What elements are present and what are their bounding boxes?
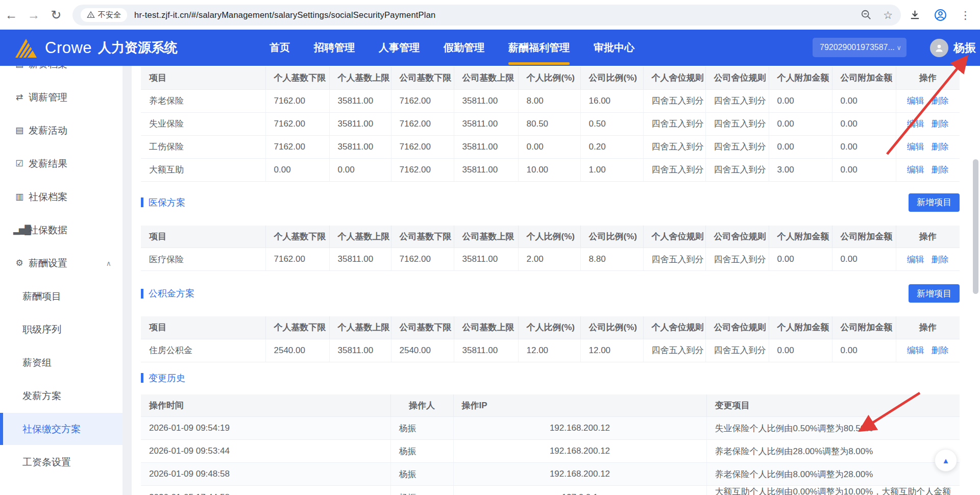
url-text[interactable]: hr-test.zjf-it.cn/#/salaryManagement/sal… (134, 10, 435, 20)
edit-link[interactable]: 编辑 (907, 345, 924, 355)
nav-approval[interactable]: 审批中心 (594, 30, 634, 66)
nav-attendance[interactable]: 假勤管理 (444, 30, 484, 66)
profile-icon[interactable] (934, 9, 947, 21)
edit-link[interactable]: 编辑 (907, 255, 924, 264)
change-detail: 失业保险个人比例由0.50%调整为80.50% (706, 417, 960, 440)
column-header: 个人基数上限 (329, 67, 391, 89)
column-header: 公司附加金额 (832, 67, 896, 89)
browser-menu-icon[interactable]: ⋮ (960, 10, 971, 20)
column-header: 公司舍位规则 (705, 226, 769, 248)
nav-personnel[interactable]: 人事管理 (379, 30, 420, 66)
nav-home[interactable]: 首页 (270, 30, 290, 66)
operation-time: 2026-01-09 09:54:19 (141, 417, 390, 440)
add-item-button[interactable]: 新增项目 (909, 193, 960, 212)
sidebar-item-salary-archive[interactable]: ▤ 薪资档案 (0, 66, 122, 80)
column-header: 操作 (896, 226, 960, 248)
delete-link[interactable]: 删除 (932, 255, 949, 264)
brand-name: Crowe (45, 39, 92, 57)
edit-link[interactable]: 编辑 (907, 119, 924, 129)
browser-back-icon[interactable]: ← (0, 8, 22, 22)
table-row: 住房公积金2540.0035811.002540.0035811.0012.00… (141, 339, 960, 362)
social-security-plan-table: 项目个人基数下限个人基数上限公司基数下限公司基数上限个人比例(%)公司比例(%)… (141, 67, 960, 182)
column-header: 公司基数下限 (391, 226, 454, 248)
column-header: 个人附加金额 (769, 67, 832, 89)
sidebar-item-salary-items[interactable]: 薪酬项目 (0, 280, 122, 312)
edit-link[interactable]: 编辑 (907, 142, 924, 152)
change-history-table: 操作时间操作人操作IP变更项目 2026-01-09 09:54:19 杨振 1… (141, 394, 960, 495)
address-bar[interactable]: 不安全 hr-test.zjf-it.cn/#/salaryManagement… (72, 5, 901, 26)
edit-link[interactable]: 编辑 (907, 96, 924, 106)
operator: 杨振 (390, 463, 453, 486)
column-header: 项目 (141, 316, 265, 339)
history-row: 2026-01-09 09:54:19 杨振 192.168.200.12 失业… (141, 417, 960, 440)
sidebar-item-icon: ▥ (13, 191, 24, 202)
browser-forward-icon[interactable]: → (22, 8, 45, 22)
column-header: 公司基数下限 (391, 67, 454, 89)
column-header: 个人基数下限 (265, 316, 329, 339)
delete-link[interactable]: 删除 (932, 165, 949, 175)
delete-link[interactable]: 删除 (932, 119, 949, 129)
column-header: 个人比例(%) (518, 226, 580, 248)
sidebar-item-payroll-plan[interactable]: 发薪方案 (0, 380, 122, 412)
sidebar-item-label: 职级序列 (22, 323, 61, 336)
edit-link[interactable]: 编辑 (907, 165, 924, 175)
column-header: 个人舍位规则 (643, 67, 705, 89)
org-id-dropdown[interactable]: 792029001973587... ∨ (813, 38, 906, 57)
back-to-top-button[interactable]: ▲ (935, 449, 957, 472)
column-header: 个人基数下限 (265, 226, 329, 248)
browser-reload-icon[interactable]: ↻ (45, 8, 67, 22)
column-header: 操作人 (390, 394, 453, 417)
sidebar-item-salary-settings[interactable]: ⚙ 薪酬设置 ∧ (0, 247, 122, 279)
warning-icon (87, 11, 95, 19)
sidebar-item-label: 发薪方案 (22, 389, 61, 403)
app-header: Crowe 人力资源系统 首页招聘管理人事管理假勤管理薪酬福利管理审批中心 79… (0, 30, 980, 66)
sidebar-item-social-security-archive[interactable]: ▥ 社保档案 (0, 181, 122, 213)
delete-link[interactable]: 删除 (932, 345, 949, 355)
column-header: 公司比例(%) (580, 226, 643, 248)
user-menu[interactable]: 杨振 (930, 30, 976, 66)
security-chip[interactable]: 不安全 (81, 8, 127, 22)
sidebar-item-salary-group[interactable]: 薪资组 (0, 346, 122, 379)
sidebar-item-payroll-activity[interactable]: ▤ 发薪活动 (0, 114, 122, 146)
add-item-button[interactable]: 新增项目 (909, 284, 960, 303)
sidebar-item-icon: ▤ (13, 66, 24, 69)
avatar[interactable] (930, 39, 948, 57)
user-name: 杨振 (953, 40, 976, 56)
column-header: 个人比例(%) (518, 316, 580, 339)
sidebar-item-label: 薪酬项目 (22, 290, 61, 303)
sidebar-item-icon: ⚙ (13, 258, 24, 268)
sidebar-item-social-security-payment-plan[interactable]: 社保缴交方案 (0, 413, 122, 445)
download-icon[interactable] (909, 9, 921, 21)
section-marker (141, 289, 143, 299)
table-row: 工伤保险7162.0035811.007162.0035811.000.000.… (141, 135, 960, 158)
sidebar-item-rank-sequence[interactable]: 职级序列 (0, 313, 122, 345)
window-scrollbar[interactable] (973, 159, 978, 294)
column-header: 公司附加金额 (832, 316, 896, 339)
section-marker (141, 197, 143, 207)
history-row: 2026-01-05 17:44:58 杨振 127.0.0.1 大额互助个人比… (141, 486, 960, 495)
nav-compensation[interactable]: 薪酬福利管理 (508, 30, 570, 66)
fund-plan-section-header: 公积金方案 新增项目 (141, 284, 960, 303)
org-id-value: 792029001973587... (820, 43, 894, 52)
column-header: 变更项目 (706, 394, 960, 417)
sidebar-item-payslip-settings[interactable]: 工资条设置 (0, 446, 122, 478)
column-header: 公司基数下限 (391, 316, 454, 339)
bookmark-star-icon[interactable]: ☆ (883, 10, 893, 20)
sidebar-item-label: 发薪结果 (29, 157, 67, 170)
top-navigation: 首页招聘管理人事管理假勤管理薪酬福利管理审批中心 (270, 30, 634, 66)
column-header: 公司附加金额 (832, 226, 896, 248)
crowe-logo-icon (13, 37, 39, 59)
table-row: 养老保险7162.0035811.007162.0035811.008.0016… (141, 89, 960, 112)
sidebar-item-salary-adjustment[interactable]: ⇄ 调薪管理 (0, 81, 122, 113)
system-name: 人力资源系统 (98, 39, 178, 57)
delete-link[interactable]: 删除 (932, 96, 949, 106)
sidebar-item-social-security-data[interactable]: ▂▅█ 社保数据 (0, 214, 122, 246)
nav-recruitment[interactable]: 招聘管理 (314, 30, 355, 66)
zoom-out-icon[interactable] (861, 9, 872, 20)
column-header: 项目 (141, 67, 265, 89)
sidebar-item-icon: ⇄ (13, 92, 24, 103)
sidebar-item-payroll-result[interactable]: ☑ 发薪结果 (0, 147, 122, 180)
sidebar-item-label: 发薪活动 (29, 124, 67, 137)
delete-link[interactable]: 删除 (932, 142, 949, 152)
history-row: 2026-01-09 09:48:58 杨振 192.168.200.12 养老… (141, 463, 960, 486)
